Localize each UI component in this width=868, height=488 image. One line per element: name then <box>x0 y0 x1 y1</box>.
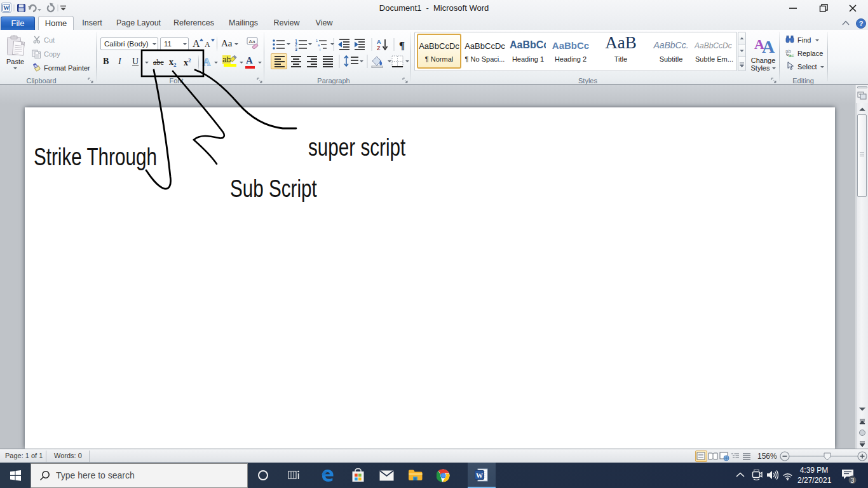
svg-text:1: 1 <box>316 39 318 43</box>
svg-text:A: A <box>377 39 381 45</box>
svg-text:ac: ac <box>789 53 794 58</box>
svg-text:W: W <box>476 471 483 479</box>
svg-text:?: ? <box>859 20 864 27</box>
svg-text:Aa: Aa <box>249 39 255 44</box>
svg-text:W: W <box>3 4 10 11</box>
svg-text:A: A <box>762 37 775 54</box>
svg-text:Z: Z <box>377 45 381 51</box>
svg-text:3: 3 <box>851 477 855 484</box>
svg-text:i: i <box>320 48 320 51</box>
svg-text:3: 3 <box>295 47 297 51</box>
svg-text:¶: ¶ <box>399 39 405 51</box>
svg-text:a: a <box>318 43 320 47</box>
